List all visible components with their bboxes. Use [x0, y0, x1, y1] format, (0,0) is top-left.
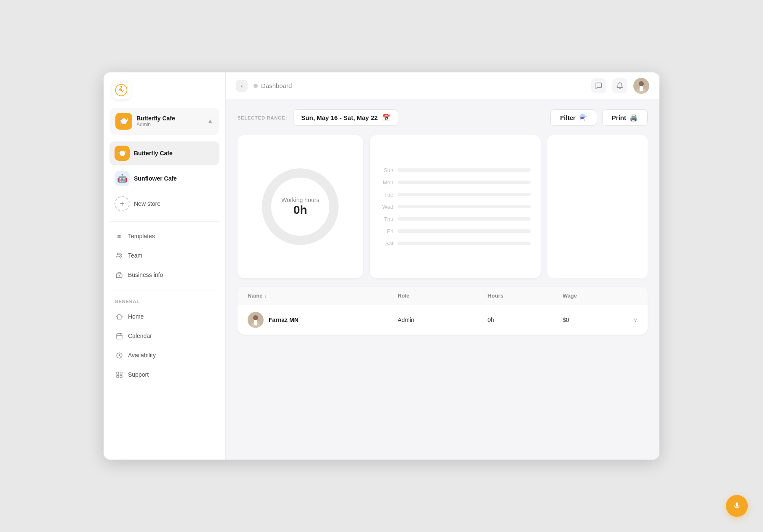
topbar: ‹ Dashboard — [226, 72, 659, 99]
cell-name: Farnaz MN — [248, 312, 398, 328]
sidebar-item-team[interactable]: Team — [109, 246, 219, 265]
cell-role: Admin — [398, 317, 488, 323]
sidebar-item-availability[interactable]: Availability — [109, 346, 219, 364]
chart-day-tue: Tue — [380, 192, 530, 198]
store-selector[interactable]: 🍽️ Butterfly Cafe Admin ▲ — [109, 108, 219, 135]
svg-rect-14 — [120, 372, 122, 374]
chart-grid-card: Sun Mon Tue Wed — [370, 135, 540, 278]
store-name-sunflower: Sunflower Cafe — [134, 175, 177, 182]
main-content: ‹ Dashboard — [226, 72, 659, 460]
store-list: 🍽️ Butterfly Cafe 🤖 Sunflower Cafe + New… — [104, 139, 225, 218]
chart-day-sun: Sun — [380, 167, 530, 173]
chart-day-wed: Wed — [380, 204, 530, 210]
table-row[interactable]: Farnaz MN Admin 0h $0 ∨ — [237, 305, 648, 335]
col-role-label: Role — [398, 293, 409, 299]
wage-value: $0 — [563, 317, 569, 323]
logo-container — [104, 72, 225, 104]
sidebar-item-label-templates: Templates — [128, 233, 155, 239]
day-label-fri: Fri — [380, 228, 393, 234]
chart-day-fri: Fri — [380, 228, 530, 234]
day-bar-fri — [398, 229, 530, 233]
donut-label: Working hours 0h — [281, 197, 319, 217]
content-area: SELECTED RANGE: Sun, May 16 - Sat, May 2… — [226, 99, 659, 460]
svg-point-4 — [117, 253, 120, 255]
topbar-actions — [591, 78, 649, 94]
store-item-butterfly[interactable]: 🍽️ Butterfly Cafe — [109, 141, 219, 165]
plus-icon: + — [115, 196, 130, 211]
sidebar-item-business[interactable]: Business info — [109, 266, 219, 284]
day-label-thu: Thu — [380, 216, 393, 222]
day-label-wed: Wed — [380, 204, 393, 210]
print-icon: 🖨️ — [630, 114, 638, 122]
col-header-name: Name ↓ — [248, 293, 398, 299]
svg-point-23 — [253, 315, 258, 320]
breadcrumb-text: Dashboard — [261, 82, 292, 89]
cell-wage: $0 ∨ — [563, 317, 638, 323]
col-name-label: Name — [248, 293, 262, 299]
svg-point-2 — [120, 89, 123, 91]
chart-day-sat: Sat — [380, 240, 530, 247]
notifications-button[interactable] — [612, 78, 627, 93]
sidebar-item-support[interactable]: Support — [109, 365, 219, 384]
store-selector-info: Butterfly Cafe Admin — [136, 115, 207, 128]
store-selector-role: Admin — [136, 122, 207, 128]
col-wage-label: Wage — [563, 293, 577, 299]
store-selector-name: Butterfly Cafe — [136, 115, 207, 122]
breadcrumb-dot — [253, 84, 258, 88]
sidebar-item-calendar[interactable]: Calendar — [109, 327, 219, 345]
home-icon — [115, 312, 124, 321]
table-card: Name ↓ Role Hours Wage — [237, 287, 648, 335]
day-bar-tue — [398, 193, 530, 196]
filter-button[interactable]: Filter ⚗️ — [550, 109, 597, 126]
store-selector-avatar: 🍽️ — [115, 113, 132, 130]
dashboard-row: Working hours 0h Sun Mon — [237, 135, 648, 278]
day-bar-thu — [398, 217, 530, 221]
svg-rect-20 — [640, 86, 643, 91]
sidebar-item-label-home: Home — [128, 313, 144, 320]
store-name-butterfly: Butterfly Cafe — [134, 150, 173, 157]
sidebar-item-label-business: Business info — [128, 271, 163, 278]
date-range-picker[interactable]: Sun, May 16 - Sat, May 22 📅 — [293, 109, 398, 126]
chart-day-mon: Mon — [380, 179, 530, 186]
svg-rect-16 — [120, 375, 122, 377]
print-button[interactable]: Print 🖨️ — [602, 109, 648, 126]
business-icon — [115, 270, 124, 279]
working-hours-card: Working hours 0h — [237, 135, 363, 278]
team-icon — [115, 251, 124, 260]
new-store-item[interactable]: + New store — [109, 192, 219, 215]
svg-point-18 — [639, 81, 644, 86]
day-label-sun: Sun — [380, 167, 393, 173]
chevron-up-icon: ▲ — [207, 117, 213, 125]
filter-icon: ⚗️ — [579, 114, 587, 122]
col-hours-label: Hours — [488, 293, 504, 299]
svg-rect-8 — [117, 333, 122, 339]
row-name: Farnaz MN — [269, 317, 299, 323]
day-label-mon: Mon — [380, 179, 393, 186]
sidebar-item-label-calendar: Calendar — [128, 332, 152, 339]
chevron-left-icon: ‹ — [241, 82, 243, 89]
day-label-tue: Tue — [380, 192, 393, 198]
store-item-sunflower[interactable]: 🤖 Sunflower Cafe — [109, 167, 219, 190]
calendar-icon: 📅 — [382, 114, 390, 122]
user-avatar[interactable] — [633, 78, 649, 94]
messages-button[interactable] — [591, 78, 606, 93]
day-bar-mon — [398, 181, 530, 184]
col-header-role: Role — [398, 293, 488, 299]
working-hours-value: 0h — [281, 203, 319, 217]
day-label-sat: Sat — [380, 240, 393, 247]
fab-button[interactable] — [726, 495, 748, 517]
sidebar-item-home[interactable]: Home — [109, 307, 219, 326]
col-header-hours: Hours — [488, 293, 563, 299]
working-hours-text: Working hours — [281, 197, 319, 203]
collapse-sidebar-button[interactable]: ‹ — [236, 80, 248, 92]
store-avatar-butterfly: 🍽️ — [115, 146, 130, 161]
col-header-wage: Wage — [563, 293, 638, 299]
sidebar-item-templates[interactable]: ≡ Templates — [109, 227, 219, 245]
new-store-label: New store — [134, 200, 160, 207]
breadcrumb: Dashboard — [253, 82, 591, 89]
chevron-down-icon[interactable]: ∨ — [633, 317, 638, 323]
svg-point-5 — [120, 254, 122, 255]
sort-arrow-name: ↓ — [264, 293, 267, 298]
date-range-value: Sun, May 16 - Sat, May 22 — [301, 114, 378, 121]
chart-day-thu: Thu — [380, 216, 530, 222]
